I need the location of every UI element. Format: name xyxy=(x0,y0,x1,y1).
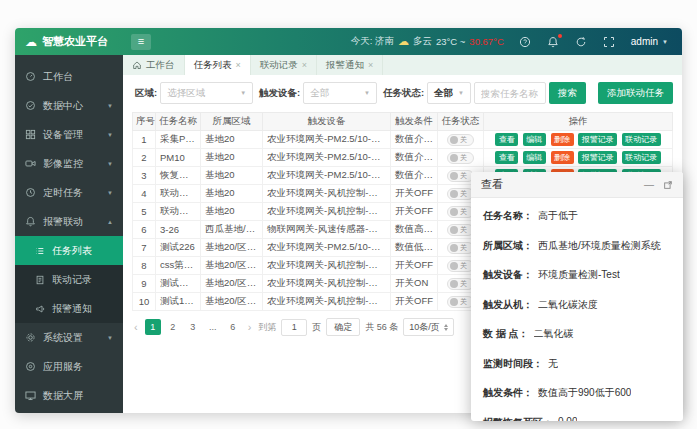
page-number[interactable]: 2 xyxy=(165,319,181,335)
temp-range: 23°C ~ xyxy=(436,36,465,47)
delete-button[interactable]: 删除 xyxy=(551,151,574,164)
field-label: 所属区域： xyxy=(483,239,533,253)
cell-trigger-device: 农业环境网关-PM2.5/10-PM2.5 xyxy=(263,239,391,257)
cell-no: 10 xyxy=(133,293,156,311)
minimize-icon[interactable]: — xyxy=(644,180,654,190)
document-icon xyxy=(35,275,45,285)
edit-button[interactable]: 编辑 xyxy=(523,133,546,146)
trigger-device-select[interactable]: 全部 ▼ xyxy=(303,82,377,104)
sidebar-item-workbench[interactable]: 工作台 xyxy=(15,62,123,91)
top-header-bar: ☁ 智慧农业平台 ≡ 今天: 济南 ☁ 多云 23°C ~ 30.67°C xyxy=(15,28,682,55)
sidebar-item-timed-tasks[interactable]: 定时任务 ▼ xyxy=(15,178,123,207)
search-button[interactable]: 搜索 xyxy=(549,82,586,104)
sidebar-item-data-screen[interactable]: 数据大屏 xyxy=(15,381,123,410)
page-jump-input[interactable] xyxy=(281,319,307,336)
sidebar-item-data-center[interactable]: 数据中心 ▼ xyxy=(15,91,123,120)
cell-task-name: 测试1-13 xyxy=(156,293,201,311)
tab-linkage-records[interactable]: 联动记录 × xyxy=(251,55,317,75)
cell-region: 基地20/区域20 xyxy=(201,275,263,293)
col-trigger-condition: 触发条件 xyxy=(391,113,438,131)
col-operations: 操作 xyxy=(484,113,673,131)
status-toggle[interactable]: 关 xyxy=(447,206,474,218)
refresh-icon[interactable] xyxy=(575,35,588,48)
linkage-record-button[interactable]: 联动记录 xyxy=(622,133,661,146)
alarm-record-button[interactable]: 报警记录 xyxy=(578,151,617,164)
user-menu[interactable]: admin ▼ xyxy=(631,36,668,47)
cell-region: 基地20 xyxy=(201,131,263,149)
page-size-select[interactable]: 10条/页 xyxy=(403,318,454,336)
sidebar-item-video-monitor[interactable]: 影像监控 ▼ xyxy=(15,149,123,178)
cell-no: 8 xyxy=(133,257,156,275)
search-input[interactable] xyxy=(474,82,546,104)
cloud-logo-icon: ☁ xyxy=(25,35,37,49)
status-filter-label: 任务状态: xyxy=(383,87,424,100)
help-icon[interactable] xyxy=(519,35,532,48)
modal-body: 任务名称： 高于低于 所属区域： 西瓜基地/环境质量检测系统 触发设备： 环境质… xyxy=(471,198,683,421)
sidebar-item-system-settings[interactable]: 系统设置 ▼ xyxy=(15,323,123,352)
cell-region: 基地20 xyxy=(201,149,263,167)
close-icon[interactable]: × xyxy=(236,60,241,70)
sidebar-item-device-mgmt[interactable]: 设备管理 ▼ xyxy=(15,120,123,149)
weather-cloud-icon: ☁ xyxy=(398,35,409,48)
tab-task-list[interactable]: 任务列表 × xyxy=(185,55,251,75)
field-value: 西瓜基地/环境质量检测系统 xyxy=(538,239,661,253)
cell-region: 西瓜基地/农业环... xyxy=(201,221,263,239)
status-toggle[interactable]: 关 xyxy=(447,296,474,308)
sidebar-subitem-linkage-records[interactable]: 联动记录 xyxy=(15,265,123,294)
status-toggle[interactable]: 关 xyxy=(447,170,474,182)
cell-trigger-device: 农业环境网关-风机控制-第四路 xyxy=(263,275,391,293)
page-number[interactable]: 6 xyxy=(225,319,241,335)
status-toggle[interactable]: 关 xyxy=(447,152,474,164)
sidebar-subitem-task-list[interactable]: 任务列表 xyxy=(15,236,123,265)
status-toggle[interactable]: 关 xyxy=(447,260,474,272)
prev-page-button[interactable]: ‹ xyxy=(132,322,140,333)
cell-trigger-device: 农业环境网关-风机控制-第二路 xyxy=(263,257,391,275)
toggle-knob-icon xyxy=(450,208,458,216)
delete-button[interactable]: 删除 xyxy=(551,133,574,146)
status-toggle[interactable]: 关 xyxy=(447,242,474,254)
next-page-button[interactable]: › xyxy=(246,322,254,333)
sidebar-item-alarm-linkage[interactable]: 报警联动 ▲ xyxy=(15,207,123,236)
col-no: 序号 xyxy=(133,113,156,131)
modal-field: 触发条件： 数值高于990低于600 xyxy=(483,386,671,400)
status-toggle[interactable]: 关 xyxy=(447,188,474,200)
tab-workbench[interactable]: 工作台 xyxy=(123,55,185,75)
cell-task-name: 联动控制... xyxy=(156,203,201,221)
jump-to-label: 到第 xyxy=(258,321,276,334)
maximize-icon[interactable] xyxy=(663,180,673,190)
sidebar-collapse-button[interactable]: ≡ xyxy=(131,34,151,50)
region-select[interactable]: 选择区域 ▼ xyxy=(160,82,253,104)
chevron-down-icon: ▼ xyxy=(107,103,113,109)
sidebar-subitem-alarm-notify[interactable]: 报警通知 xyxy=(15,294,123,323)
status-toggle[interactable]: 关 xyxy=(447,278,474,290)
status-toggle[interactable]: 关 xyxy=(447,134,474,146)
fullscreen-icon[interactable] xyxy=(603,35,616,48)
notification-bell-icon[interactable] xyxy=(547,35,560,48)
add-linkage-task-button[interactable]: 添加联动任务 xyxy=(598,82,673,104)
view-button[interactable]: 查看 xyxy=(495,151,518,164)
close-icon[interactable]: × xyxy=(368,60,373,70)
view-task-modal: 查看 — 任务名称： 高于低于 所属区域： 西瓜基地/环境质量检测系统 触发设备… xyxy=(471,172,683,421)
page-number[interactable]: ... xyxy=(205,319,221,335)
field-label: 报警恢复死区： xyxy=(483,416,553,422)
field-label: 监测时间段： xyxy=(483,357,543,371)
linkage-record-button[interactable]: 联动记录 xyxy=(622,151,661,164)
view-button[interactable]: 查看 xyxy=(495,133,518,146)
task-status-select[interactable]: 全部 ▼ xyxy=(427,82,471,104)
alarm-record-button[interactable]: 报警记录 xyxy=(578,133,617,146)
confirm-page-button[interactable]: 确定 xyxy=(326,318,360,336)
field-label: 触发条件： xyxy=(483,386,533,400)
grid-icon xyxy=(25,129,36,140)
status-toggle[interactable]: 关 xyxy=(447,224,474,236)
tab-alarm-notify[interactable]: 报警通知 × xyxy=(317,55,383,75)
cell-trigger-condition: 开关OFF xyxy=(391,257,438,275)
page-number[interactable]: 1 xyxy=(145,319,161,335)
cell-operations: 查看 编辑 删除 报警记录 联动记录 xyxy=(484,131,673,149)
chevron-down-icon: ▼ xyxy=(240,90,246,96)
page-number[interactable]: 3 xyxy=(185,319,201,335)
modal-field: 所属区域： 西瓜基地/环境质量检测系统 xyxy=(483,239,671,253)
sidebar-item-app-services[interactable]: 应用服务 xyxy=(15,352,123,381)
edit-button[interactable]: 编辑 xyxy=(523,151,546,164)
close-icon[interactable]: × xyxy=(302,60,307,70)
spinner-icon xyxy=(444,324,448,331)
